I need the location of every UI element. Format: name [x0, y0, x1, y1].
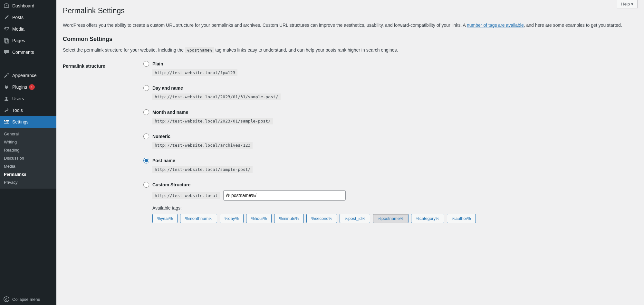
sidebar-item-label: Plugins [12, 84, 27, 90]
radio-post-name[interactable] [143, 158, 149, 163]
tools-icon [3, 107, 10, 113]
sidebar-item-posts[interactable]: Posts [0, 12, 56, 23]
intro-text: WordPress offers you the ability to crea… [63, 22, 638, 29]
permalink-option-custom: Custom Structurehttp://test-website.loca… [143, 182, 638, 223]
submenu-item-writing[interactable]: Writing [0, 138, 56, 146]
example-url-numeric: http://test-website.local/archives/123 [152, 142, 253, 149]
sidebar-item-label: Settings [12, 119, 29, 124]
radio-day-name[interactable] [143, 85, 149, 91]
tag-button-second[interactable]: %second% [306, 214, 337, 223]
submenu-item-media[interactable]: Media [0, 162, 56, 170]
collapse-menu-label: Collapse menu [12, 297, 40, 302]
submenu-item-general[interactable]: General [0, 130, 56, 138]
radio-custom[interactable] [143, 182, 149, 188]
radio-plain[interactable] [143, 61, 149, 67]
permalink-option-day-name: Day and namehttp://test-website.local/20… [143, 85, 638, 100]
example-url-plain: http://test-website.local/?p=123 [152, 69, 237, 76]
admin-sidebar: DashboardPostsMediaPagesCommentsAppearan… [0, 0, 56, 305]
permalink-option-month-name: Month and namehttp://test-website.local/… [143, 109, 638, 124]
help-tab[interactable]: Help ▾ [617, 0, 638, 8]
page-title: Permalink Settings [63, 6, 638, 15]
update-count-badge: 1 [29, 84, 35, 90]
radio-month-name[interactable] [143, 109, 149, 115]
common-settings-heading: Common Settings [63, 36, 638, 43]
svg-point-9 [7, 122, 8, 123]
tag-button-minute[interactable]: %minute% [274, 214, 304, 223]
postname-tag-code: %postname% [185, 47, 214, 53]
sidebar-item-label: Comments [12, 50, 34, 55]
tag-button-post_id[interactable]: %post_id% [340, 214, 370, 223]
tag-button-author[interactable]: %author% [447, 214, 476, 223]
sidebar-item-comments[interactable]: Comments [0, 46, 56, 58]
svg-rect-2 [5, 39, 8, 43]
tag-button-category[interactable]: %category% [411, 214, 444, 223]
collapse-menu-button[interactable]: Collapse menu [0, 293, 56, 305]
custom-structure-input[interactable] [223, 190, 346, 201]
svg-point-8 [5, 120, 6, 121]
permalink-option-plain: Plainhttp://test-website.local/?p=123 [143, 61, 638, 76]
tag-button-day[interactable]: %day% [220, 214, 244, 223]
settings-icon [3, 119, 10, 125]
sidebar-item-tools[interactable]: Tools [0, 104, 56, 116]
sidebar-item-users[interactable]: Users [0, 93, 56, 104]
common-settings-text: Select the permalink structure for your … [63, 46, 638, 54]
comments-icon [3, 49, 10, 55]
submenu-item-reading[interactable]: Reading [0, 146, 56, 154]
svg-point-3 [7, 73, 9, 74]
submenu-item-privacy[interactable]: Privacy [0, 178, 56, 186]
posts-icon [3, 14, 10, 21]
tag-button-hour[interactable]: %hour% [246, 214, 272, 223]
permalink-structure-label: Permalink structure [63, 61, 130, 232]
submenu-item-permalinks[interactable]: Permalinks [0, 170, 56, 178]
submenu-item-discussion[interactable]: Discussion [0, 154, 56, 162]
permalink-option-numeric: Numerichttp://test-website.local/archive… [143, 133, 638, 149]
radio-label-plain[interactable]: Plain [152, 61, 163, 66]
sidebar-item-settings[interactable]: Settings [0, 116, 56, 128]
radio-numeric[interactable] [143, 133, 149, 139]
tags-available-link[interactable]: number of tags are available [467, 23, 524, 28]
sidebar-item-label: Tools [12, 108, 23, 113]
radio-label-day-name[interactable]: Day and name [152, 85, 183, 91]
radio-label-post-name[interactable]: Post name [152, 158, 175, 163]
radio-label-month-name[interactable]: Month and name [152, 110, 188, 115]
media-icon [3, 26, 10, 32]
users-icon [3, 95, 10, 102]
sidebar-item-label: Pages [12, 38, 25, 43]
available-tags: %year%%monthnum%%day%%hour%%minute%%seco… [152, 214, 638, 223]
example-url-day-name: http://test-website.local/2023/01/31/sam… [152, 93, 281, 100]
tag-button-year[interactable]: %year% [152, 214, 178, 223]
pages-icon [3, 37, 10, 44]
tag-button-monthnum[interactable]: %monthnum% [180, 214, 217, 223]
sidebar-item-label: Appearance [12, 73, 37, 78]
collapse-icon [3, 296, 10, 302]
sidebar-item-label: Users [12, 96, 24, 101]
radio-label-numeric[interactable]: Numeric [152, 134, 170, 139]
radio-label-custom[interactable]: Custom Structure [152, 182, 190, 187]
dashboard-icon [3, 3, 10, 9]
plugins-icon [3, 84, 10, 90]
sidebar-item-pages[interactable]: Pages [0, 35, 56, 46]
main-content: Help ▾ Permalink Settings WordPress offe… [56, 0, 644, 305]
example-url-post-name: http://test-website.local/sample-post/ [152, 166, 253, 173]
svg-point-4 [5, 97, 7, 99]
svg-point-10 [6, 123, 7, 124]
permalink-option-post-name: Post namehttp://test-website.local/sampl… [143, 158, 638, 173]
sidebar-item-plugins[interactable]: Plugins1 [0, 81, 56, 93]
sidebar-item-appearance[interactable]: Appearance [0, 70, 56, 81]
svg-point-11 [4, 297, 9, 302]
sidebar-item-media[interactable]: Media [0, 23, 56, 35]
available-tags-label: Available tags: [152, 205, 638, 211]
sidebar-item-label: Media [12, 26, 24, 32]
sidebar-item-label: Posts [12, 15, 24, 20]
appearance-icon [3, 72, 10, 79]
custom-base-url: http://test-website.local [152, 192, 220, 199]
sidebar-item-dashboard[interactable]: Dashboard [0, 0, 56, 12]
example-url-month-name: http://test-website.local/2023/01/sample… [152, 118, 273, 124]
chevron-down-icon: ▾ [631, 2, 633, 6]
tag-button-postname[interactable]: %postname% [373, 214, 408, 223]
sidebar-item-label: Dashboard [12, 3, 34, 8]
svg-rect-1 [5, 38, 7, 42]
